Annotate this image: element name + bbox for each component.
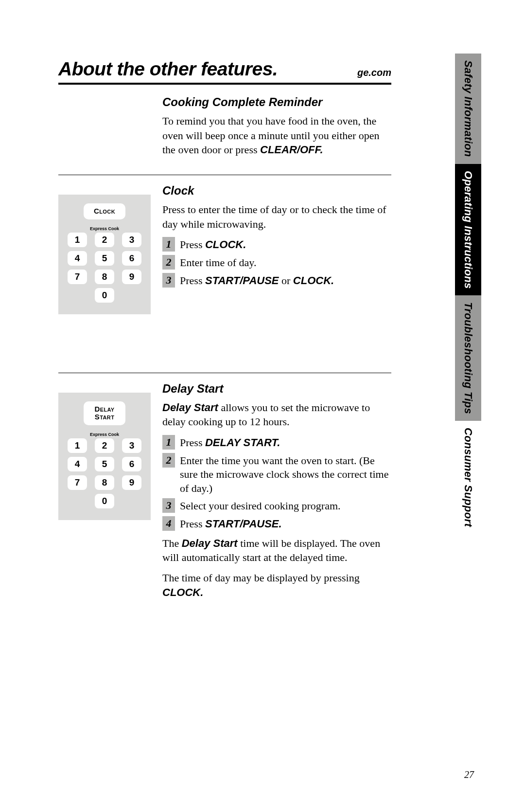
key-7: 7 <box>68 270 87 284</box>
key-8: 8 <box>95 270 114 284</box>
step-number: 4 <box>162 516 175 531</box>
key-8: 8 <box>95 475 114 490</box>
step-delay-3: 3 Select your desired cooking program. <box>162 498 391 513</box>
body-delay-after1: The Delay Start time will be displayed. … <box>162 536 391 565</box>
keypad-clock: Clock Express Cook 1 2 3 4 5 6 7 8 9 0 <box>58 195 151 314</box>
step-number: 3 <box>162 273 175 288</box>
tab-safety[interactable]: Safety Information <box>455 54 481 164</box>
tab-consumer[interactable]: Consumer Support <box>455 421 481 534</box>
step-text: Press START/PAUSE or CLOCK. <box>180 273 334 288</box>
tab-troubleshooting[interactable]: Troubleshooting Tips <box>455 295 481 421</box>
section-delay: DelayStart Express Cook 1 2 3 4 5 6 7 8 … <box>58 382 391 606</box>
heading-reminder: Cooking Complete Reminder <box>162 95 391 109</box>
step-text: Press START/PAUSE. <box>180 516 282 531</box>
key-9: 9 <box>122 270 141 284</box>
key-1: 1 <box>68 233 87 247</box>
body-delay: Delay Start allows you to set the microw… <box>162 400 391 429</box>
step-number: 2 <box>162 255 175 270</box>
body-clock: Press to enter the time of day or to che… <box>162 202 391 231</box>
divider-2 <box>58 373 391 373</box>
keypad-delay: DelayStart Express Cook 1 2 3 4 5 6 7 8 … <box>58 393 151 520</box>
step-number: 1 <box>162 237 175 252</box>
steps-delay: 1 Press DELAY START. 2 Enter the time yo… <box>162 435 391 531</box>
key-3: 3 <box>122 438 141 453</box>
key-4: 4 <box>68 457 87 471</box>
step-clock-1: 1 Press CLOCK. <box>162 237 391 252</box>
key-2: 2 <box>95 438 114 453</box>
step-text: Press DELAY START. <box>180 435 280 450</box>
key-2: 2 <box>95 233 114 247</box>
key-5: 5 <box>95 457 114 471</box>
page-number: 27 <box>464 769 474 780</box>
page-title: About the other features. <box>58 58 278 80</box>
section-reminder: Cooking Complete Reminder To remind you … <box>58 95 391 163</box>
key-1: 1 <box>68 438 87 453</box>
step-delay-2: 2 Enter the time you want the oven to st… <box>162 453 391 496</box>
page-header: About the other features. ge.com <box>58 58 391 80</box>
key-7: 7 <box>68 475 87 490</box>
key-9: 9 <box>122 475 141 490</box>
body-reminder: To remind you that you have food in the … <box>162 114 391 157</box>
heading-clock: Clock <box>162 184 391 198</box>
step-number: 3 <box>162 498 175 513</box>
step-number: 1 <box>162 435 175 450</box>
heading-delay: Delay Start <box>162 382 391 396</box>
key-6: 6 <box>122 251 141 266</box>
step-clock-2: 2 Enter time of day. <box>162 255 391 270</box>
step-clock-3: 3 Press START/PAUSE or CLOCK. <box>162 273 391 288</box>
key-5: 5 <box>95 251 114 266</box>
key-0: 0 <box>95 494 114 508</box>
key-0: 0 <box>95 288 114 303</box>
brand-link[interactable]: ge.com <box>357 67 391 80</box>
step-delay-1: 1 Press DELAY START. <box>162 435 391 450</box>
express-label: Express Cook <box>90 226 119 231</box>
express-label: Express Cook <box>90 432 119 437</box>
step-text: Press CLOCK. <box>180 237 246 252</box>
side-tabs: Safety Information Operating Instruction… <box>455 54 481 534</box>
key-4: 4 <box>68 251 87 266</box>
step-text: Enter the time you want the oven to star… <box>180 453 391 496</box>
delay-button-illus: DelayStart <box>84 401 125 425</box>
step-text: Enter time of day. <box>180 255 256 270</box>
tab-operating[interactable]: Operating Instructions <box>455 164 481 296</box>
clock-button-illus: Clock <box>84 203 125 219</box>
step-delay-4: 4 Press START/PAUSE. <box>162 516 391 531</box>
header-rule <box>58 83 391 85</box>
key-3: 3 <box>122 233 141 247</box>
section-clock: Clock Express Cook 1 2 3 4 5 6 7 8 9 0 C… <box>58 184 391 314</box>
key-6: 6 <box>122 457 141 471</box>
step-text: Select your desired cooking program. <box>180 498 341 513</box>
step-number: 2 <box>162 453 175 468</box>
body-delay-after2: The time of day may be displayed by pres… <box>162 571 391 599</box>
divider-1 <box>58 175 391 175</box>
steps-clock: 1 Press CLOCK. 2 Enter time of day. 3 Pr… <box>162 237 391 288</box>
